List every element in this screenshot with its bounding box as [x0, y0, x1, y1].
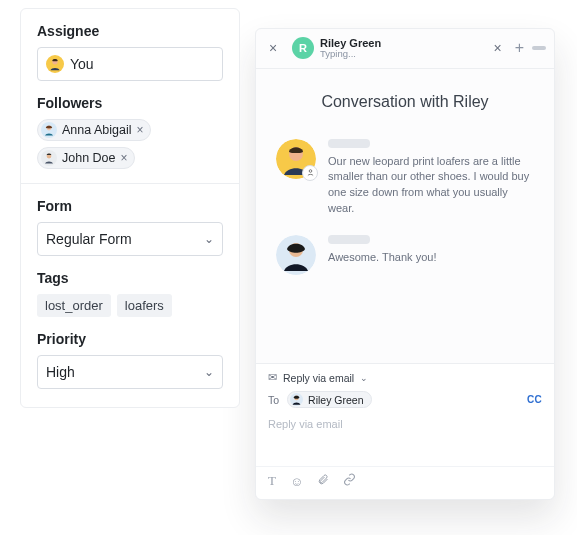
- tab-status: Typing...: [320, 49, 381, 59]
- conversation-title: Conversation with Riley: [276, 93, 534, 111]
- priority-select[interactable]: High ⌄: [37, 355, 223, 389]
- ticket-properties-panel: Assignee You Followers Anna Abigail × Jo…: [20, 8, 240, 408]
- tags-list: lost_order loafers: [37, 294, 223, 317]
- chevron-down-icon: ⌄: [204, 232, 214, 246]
- avatar: [276, 235, 316, 275]
- follower-chip[interactable]: Anna Abigail ×: [37, 119, 151, 141]
- minimize-icon[interactable]: [532, 46, 546, 50]
- avatar: [41, 122, 57, 138]
- conversation-tab[interactable]: R Riley Green Typing...: [288, 35, 385, 62]
- cc-button[interactable]: CC: [527, 394, 542, 405]
- message: Our new leopard print loafers are a litt…: [276, 139, 534, 218]
- recipient-name: Riley Green: [308, 394, 363, 406]
- reply-channel-select[interactable]: ✉ Reply via email ⌄: [256, 364, 554, 389]
- followers-list: Anna Abigail × John Doe ×: [37, 119, 223, 169]
- attachment-icon[interactable]: [317, 473, 329, 489]
- chevron-down-icon: ⌄: [204, 365, 214, 379]
- assignee-section: Assignee You: [37, 23, 223, 81]
- envelope-icon: ✉: [268, 371, 277, 384]
- person-icon: [302, 165, 318, 181]
- sender-name-placeholder: [328, 235, 370, 244]
- remove-icon[interactable]: ×: [137, 123, 144, 137]
- chevron-down-icon: ⌄: [360, 373, 368, 383]
- recipient-chip[interactable]: Riley Green: [287, 391, 371, 408]
- conversation-panel: × R Riley Green Typing... × + Conversati…: [255, 28, 555, 500]
- message-text: Awesome. Thank you!: [328, 250, 534, 266]
- link-icon[interactable]: [343, 473, 356, 489]
- svg-point-8: [309, 170, 312, 173]
- followers-section: Followers Anna Abigail × John Doe ×: [37, 95, 223, 169]
- priority-value: High: [46, 364, 75, 380]
- avatar: [290, 393, 303, 406]
- avatar: [46, 55, 64, 73]
- avatar-wrap: [276, 139, 316, 179]
- follower-chip[interactable]: John Doe ×: [37, 147, 135, 169]
- tag-chip[interactable]: lost_order: [37, 294, 111, 317]
- message: Awesome. Thank you!: [276, 235, 534, 275]
- conversation-body: Conversation with Riley Our new leopard …: [256, 69, 554, 363]
- composer-toolbar: T ☺: [256, 466, 554, 499]
- priority-section: Priority High ⌄: [37, 331, 223, 389]
- divider: [21, 183, 239, 184]
- conversation-tabbar: × R Riley Green Typing... × +: [256, 29, 554, 69]
- to-label: To: [268, 394, 279, 406]
- add-tab-icon[interactable]: +: [515, 39, 524, 57]
- message-text: Our new leopard print loafers are a litt…: [328, 154, 534, 218]
- form-value: Regular Form: [46, 231, 132, 247]
- form-label: Form: [37, 198, 223, 214]
- form-select[interactable]: Regular Form ⌄: [37, 222, 223, 256]
- avatar: R: [292, 37, 314, 59]
- reply-composer: ✉ Reply via email ⌄ To Riley Green CC Re…: [256, 363, 554, 499]
- reply-channel-label: Reply via email: [283, 372, 354, 384]
- assignee-label: Assignee: [37, 23, 223, 39]
- followers-label: Followers: [37, 95, 223, 111]
- remove-icon[interactable]: ×: [121, 151, 128, 165]
- assignee-value: You: [70, 56, 94, 72]
- avatar-wrap: [276, 235, 316, 275]
- tag-chip[interactable]: loafers: [117, 294, 172, 317]
- close-icon[interactable]: ×: [264, 40, 282, 56]
- tabbar-actions: × +: [489, 39, 546, 57]
- follower-name: John Doe: [62, 151, 116, 165]
- reply-textarea[interactable]: Reply via email: [256, 414, 554, 466]
- to-row: To Riley Green CC: [256, 389, 554, 414]
- tags-section: Tags lost_order loafers: [37, 270, 223, 317]
- assignee-field[interactable]: You: [37, 47, 223, 81]
- follower-name: Anna Abigail: [62, 123, 132, 137]
- tags-label: Tags: [37, 270, 223, 286]
- text-format-icon[interactable]: T: [268, 473, 276, 489]
- priority-label: Priority: [37, 331, 223, 347]
- close-tab-icon[interactable]: ×: [489, 40, 507, 56]
- avatar: [41, 150, 57, 166]
- emoji-icon[interactable]: ☺: [290, 474, 303, 489]
- sender-name-placeholder: [328, 139, 370, 148]
- form-section: Form Regular Form ⌄: [37, 198, 223, 256]
